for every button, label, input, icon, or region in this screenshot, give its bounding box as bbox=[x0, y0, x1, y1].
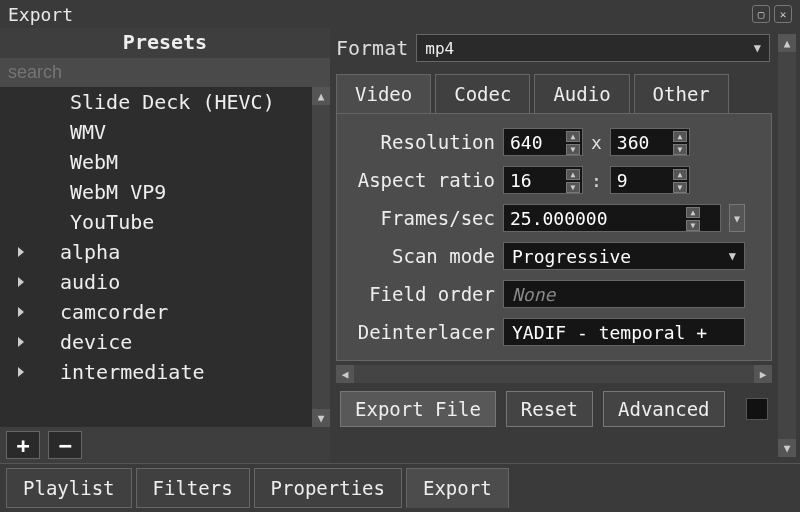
colon-separator: : bbox=[591, 170, 602, 191]
resolution-width-input[interactable]: 640 ▲▼ bbox=[503, 128, 583, 156]
horizontal-scrollbar[interactable]: ◀ ▶ bbox=[336, 365, 772, 383]
field-order-select[interactable]: None bbox=[503, 280, 745, 308]
deinterlacer-select[interactable]: YADIF - temporal + bbox=[503, 318, 745, 346]
aspect-label: Aspect ratio bbox=[345, 169, 495, 191]
aspect-b-input[interactable]: 9 ▲▼ bbox=[610, 166, 690, 194]
field-order-label: Field order bbox=[345, 283, 495, 305]
window-title: Export bbox=[8, 4, 73, 25]
chevron-right-icon bbox=[18, 367, 24, 377]
chevron-down-icon: ▼ bbox=[754, 41, 761, 55]
arrow-down-icon[interactable]: ▼ bbox=[686, 220, 700, 231]
arrow-up-icon[interactable]: ▲ bbox=[686, 207, 700, 218]
arrow-down-icon[interactable]: ▼ bbox=[673, 144, 687, 155]
preset-scrollbar[interactable]: ▲ ▼ bbox=[312, 87, 330, 427]
arrow-right-icon[interactable]: ▶ bbox=[754, 365, 772, 383]
add-preset-button[interactable]: + bbox=[6, 431, 40, 459]
resolution-height-input[interactable]: 360 ▲▼ bbox=[610, 128, 690, 156]
format-select[interactable]: mp4 ▼ bbox=[416, 34, 770, 62]
fps-input[interactable]: 25.000000 ▲▼ bbox=[503, 204, 721, 232]
tab-codec[interactable]: Codec bbox=[435, 74, 530, 114]
scan-mode-select[interactable]: Progressive ▼ bbox=[503, 242, 745, 270]
deinterlacer-label: Deinterlacer bbox=[345, 321, 495, 343]
tab-other[interactable]: Other bbox=[634, 74, 729, 114]
arrow-up-icon[interactable]: ▲ bbox=[312, 87, 330, 105]
bottom-tabbar: Playlist Filters Properties Export bbox=[0, 463, 800, 512]
arrow-down-icon[interactable]: ▼ bbox=[312, 409, 330, 427]
advanced-button[interactable]: Advanced bbox=[603, 391, 725, 427]
arrow-down-icon[interactable]: ▼ bbox=[566, 144, 580, 155]
settings-panel: ▲ ▼ Format mp4 ▼ Video Codec Audio Other… bbox=[330, 28, 800, 463]
search-input[interactable] bbox=[0, 58, 330, 87]
aspect-a-input[interactable]: 16 ▲▼ bbox=[503, 166, 583, 194]
close-icon[interactable]: ✕ bbox=[774, 5, 792, 23]
chevron-right-icon bbox=[18, 307, 24, 317]
arrow-up-icon[interactable]: ▲ bbox=[566, 169, 580, 180]
list-item[interactable]: audio bbox=[0, 267, 312, 297]
list-item[interactable]: WMV bbox=[0, 117, 312, 147]
list-item[interactable]: Slide Deck (HEVC) bbox=[0, 87, 312, 117]
export-file-button[interactable]: Export File bbox=[340, 391, 496, 427]
list-item[interactable]: device bbox=[0, 327, 312, 357]
list-item[interactable]: alpha bbox=[0, 237, 312, 267]
remove-preset-button[interactable]: − bbox=[48, 431, 82, 459]
presets-panel: Presets Slide Deck (HEVC) WMV WebM WebM … bbox=[0, 28, 330, 463]
tab-playlist[interactable]: Playlist bbox=[6, 468, 132, 508]
tab-properties[interactable]: Properties bbox=[254, 468, 402, 508]
arrow-left-icon[interactable]: ◀ bbox=[336, 365, 354, 383]
video-tab-body: Resolution 640 ▲▼ x 360 ▲▼ Aspect ratio … bbox=[336, 113, 772, 361]
list-item[interactable]: WebM bbox=[0, 147, 312, 177]
list-item[interactable]: YouTube bbox=[0, 207, 312, 237]
arrow-up-icon[interactable]: ▲ bbox=[566, 131, 580, 142]
resolution-label: Resolution bbox=[345, 131, 495, 153]
reset-button[interactable]: Reset bbox=[506, 391, 593, 427]
list-item[interactable]: WebM VP9 bbox=[0, 177, 312, 207]
tab-export[interactable]: Export bbox=[406, 468, 509, 508]
tab-video[interactable]: Video bbox=[336, 74, 431, 114]
arrow-down-icon[interactable]: ▼ bbox=[673, 182, 687, 193]
chevron-down-icon: ▼ bbox=[729, 249, 736, 263]
arrow-up-icon[interactable]: ▲ bbox=[673, 131, 687, 142]
scan-label: Scan mode bbox=[345, 245, 495, 267]
tab-filters[interactable]: Filters bbox=[136, 468, 250, 508]
arrow-down-icon[interactable]: ▼ bbox=[566, 182, 580, 193]
arrow-up-icon[interactable]: ▲ bbox=[673, 169, 687, 180]
x-separator: x bbox=[591, 132, 602, 153]
maximize-icon[interactable]: ▢ bbox=[752, 5, 770, 23]
settings-scrollbar[interactable]: ▲ ▼ bbox=[778, 34, 796, 457]
chevron-right-icon bbox=[18, 247, 24, 257]
tab-audio[interactable]: Audio bbox=[534, 74, 629, 114]
chevron-right-icon bbox=[18, 337, 24, 347]
chevron-down-icon[interactable]: ▼ bbox=[729, 204, 745, 232]
titlebar: Export ▢ ✕ bbox=[0, 0, 800, 28]
preset-list[interactable]: Slide Deck (HEVC) WMV WebM WebM VP9 YouT… bbox=[0, 87, 312, 427]
arrow-down-icon[interactable]: ▼ bbox=[778, 439, 796, 457]
color-swatch[interactable] bbox=[746, 398, 768, 420]
presets-header: Presets bbox=[0, 28, 330, 58]
fps-label: Frames/sec bbox=[345, 207, 495, 229]
chevron-right-icon bbox=[18, 277, 24, 287]
format-label: Format bbox=[336, 36, 408, 60]
arrow-up-icon[interactable]: ▲ bbox=[778, 34, 796, 52]
list-item[interactable]: intermediate bbox=[0, 357, 312, 387]
list-item[interactable]: camcorder bbox=[0, 297, 312, 327]
